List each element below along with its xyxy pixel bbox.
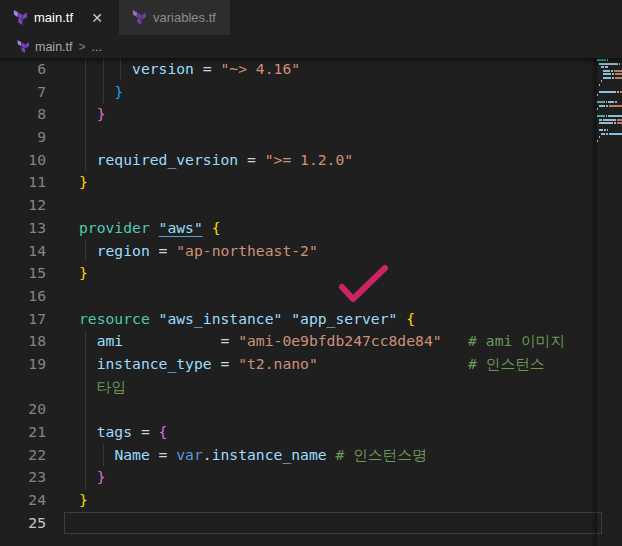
indent-guide bbox=[85, 376, 86, 399]
line-number: 6 bbox=[0, 58, 64, 81]
code-content: region = "ap-northeast-2" bbox=[64, 240, 622, 263]
line-number: 24 bbox=[0, 489, 64, 512]
line-number: 22 bbox=[0, 444, 64, 467]
code-line[interactable]: 10 required_version = ">= 1.2.0" bbox=[0, 149, 622, 172]
minimap-line bbox=[597, 132, 622, 136]
code-content: Name = var.instance_name # 인스턴스명 bbox=[64, 444, 622, 467]
line-number: 25 bbox=[0, 512, 64, 535]
minimap-line bbox=[597, 114, 622, 118]
code-content: } bbox=[64, 103, 622, 126]
breadcrumb: main.tf > ... bbox=[0, 35, 622, 58]
code-line[interactable]: 11} bbox=[0, 171, 622, 194]
code-line[interactable]: 23 } bbox=[0, 466, 622, 489]
indent-guide bbox=[85, 58, 86, 81]
code-content: } bbox=[64, 81, 622, 104]
line-number: 10 bbox=[0, 149, 64, 172]
code-line[interactable]: 8 } bbox=[0, 103, 622, 126]
minimap-line bbox=[597, 62, 622, 66]
line-number: 9 bbox=[0, 126, 64, 149]
terraform-icon bbox=[131, 10, 146, 25]
indent-guide bbox=[85, 353, 86, 376]
code-content: 타입 bbox=[64, 376, 622, 399]
code-editor[interactable]: 6 version = "~> 4.16"7 }8 }910 required_… bbox=[0, 58, 622, 546]
code-line[interactable]: 6 version = "~> 4.16" bbox=[0, 58, 622, 81]
code-line[interactable]: 16 bbox=[0, 285, 622, 308]
code-content: ami = "ami-0e9bfdb247cc8de84" # ami 이미지 bbox=[64, 330, 622, 353]
breadcrumb-separator: > bbox=[79, 40, 86, 54]
code-line[interactable]: 15} bbox=[0, 262, 622, 285]
line-number: 14 bbox=[0, 240, 64, 263]
code-content bbox=[64, 194, 622, 217]
code-content: resource "aws_instance" "app_server" { bbox=[64, 308, 622, 331]
indent-guide bbox=[85, 421, 86, 444]
code-content: } bbox=[64, 171, 622, 194]
code-line[interactable]: 22 Name = var.instance_name # 인스턴스명 bbox=[0, 444, 622, 467]
minimap[interactable] bbox=[597, 58, 622, 546]
code-line[interactable]: 14 region = "ap-northeast-2" bbox=[0, 240, 622, 263]
line-number: 21 bbox=[0, 421, 64, 444]
indent-guide bbox=[85, 240, 86, 263]
line-number: 15 bbox=[0, 262, 64, 285]
tab-variables-tf[interactable]: variables.tf bbox=[119, 0, 230, 35]
indent-guide bbox=[85, 466, 86, 489]
code-content: version = "~> 4.16" bbox=[64, 58, 622, 81]
line-number: 7 bbox=[0, 81, 64, 104]
code-content: } bbox=[64, 466, 622, 489]
terraform-icon bbox=[16, 40, 29, 53]
breadcrumb-ellipsis[interactable]: ... bbox=[92, 40, 102, 54]
code-line-wrapped[interactable]: 타입 bbox=[0, 376, 622, 399]
code-content: required_version = ">= 1.2.0" bbox=[64, 149, 622, 172]
line-number: 19 bbox=[0, 353, 64, 376]
line-number: 13 bbox=[0, 217, 64, 240]
code-content bbox=[64, 398, 622, 421]
line-number: 18 bbox=[0, 330, 64, 353]
breadcrumb-file[interactable]: main.tf bbox=[35, 40, 73, 54]
indent-guide bbox=[103, 444, 104, 467]
line-number: 23 bbox=[0, 466, 64, 489]
code-line[interactable]: 20 bbox=[0, 398, 622, 421]
code-content: tags = { bbox=[64, 421, 622, 444]
code-line[interactable]: 7 } bbox=[0, 81, 622, 104]
code-line[interactable]: 13provider "aws" { bbox=[0, 217, 622, 240]
close-icon[interactable]: ✕ bbox=[88, 9, 106, 27]
code-content: } bbox=[64, 489, 622, 512]
minimap-line bbox=[597, 90, 622, 94]
line-number: 17 bbox=[0, 308, 64, 331]
indent-guide bbox=[85, 398, 86, 421]
indent-guide bbox=[85, 149, 86, 172]
indent-guide bbox=[85, 81, 86, 104]
tab-label: main.tf bbox=[34, 10, 73, 25]
code-content bbox=[64, 285, 622, 308]
line-number: 8 bbox=[0, 103, 64, 126]
tab-bar: main.tf ✕ variables.tf bbox=[0, 0, 622, 35]
line-number: 20 bbox=[0, 398, 64, 421]
indent-guide bbox=[103, 58, 104, 81]
code-line[interactable]: 19 instance_type = "t2.nano" # 인스턴스 bbox=[0, 353, 622, 376]
minimap-line bbox=[597, 72, 622, 76]
code-line[interactable]: 12 bbox=[0, 194, 622, 217]
tab-main-tf[interactable]: main.tf ✕ bbox=[0, 0, 116, 35]
indent-guide bbox=[120, 58, 121, 81]
code-line[interactable]: 9 bbox=[0, 126, 622, 149]
code-content: provider "aws" { bbox=[64, 217, 622, 240]
minimap-line bbox=[597, 69, 622, 73]
terraform-icon bbox=[12, 10, 27, 25]
indent-guide bbox=[85, 330, 86, 353]
line-number: 11 bbox=[0, 171, 64, 194]
code-line[interactable]: 24} bbox=[0, 489, 622, 512]
code-content: } bbox=[64, 262, 622, 285]
minimap-line bbox=[597, 76, 622, 80]
code-content bbox=[64, 126, 622, 149]
code-line[interactable]: 18 ami = "ami-0e9bfdb247cc8de84" # ami 이… bbox=[0, 330, 622, 353]
minimap-line bbox=[597, 139, 622, 143]
indent-guide bbox=[85, 103, 86, 126]
line-number: 16 bbox=[0, 285, 64, 308]
code-line[interactable]: 25 bbox=[0, 512, 622, 535]
indent-guide bbox=[85, 126, 86, 149]
indent-guide bbox=[103, 81, 104, 104]
minimap-line bbox=[597, 118, 622, 122]
code-line[interactable]: 17resource "aws_instance" "app_server" { bbox=[0, 308, 622, 331]
code-line[interactable]: 21 tags = { bbox=[0, 421, 622, 444]
code-content bbox=[64, 512, 622, 535]
line-number bbox=[0, 376, 64, 399]
